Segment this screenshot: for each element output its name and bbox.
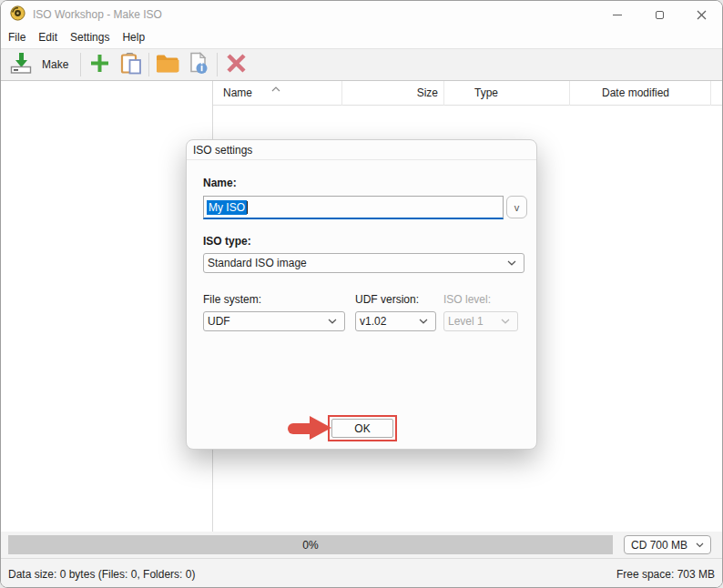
column-header-type[interactable]: Type <box>444 81 570 106</box>
make-button-label: Make <box>42 58 68 71</box>
udf-version-value: v1.02 <box>360 315 386 328</box>
properties-button[interactable] <box>183 51 214 78</box>
dialog-title: ISO settings <box>193 144 252 157</box>
menu-file[interactable]: File <box>8 29 35 47</box>
free-space-status: Free space: 703 MB <box>616 559 715 588</box>
minimize-button[interactable] <box>596 1 638 28</box>
menu-bar: File Edit Settings Help <box>1 28 722 48</box>
file-list-header: Name Size Type Date modified <box>213 81 722 106</box>
ok-button[interactable]: OK <box>331 419 393 438</box>
toolbar-separator <box>80 53 81 76</box>
maximize-button[interactable] <box>638 1 680 28</box>
delete-button[interactable] <box>220 51 251 78</box>
paste-icon <box>119 52 142 77</box>
toolbar-separator <box>148 53 149 76</box>
progress-percent-label: 0% <box>302 539 318 552</box>
column-header-date-modified[interactable]: Date modified <box>570 81 711 106</box>
menu-edit[interactable]: Edit <box>38 29 66 47</box>
column-header-name[interactable]: Name <box>213 81 342 106</box>
iso-level-select: Level 1 <box>443 311 518 331</box>
paste-button[interactable] <box>115 51 146 78</box>
iso-type-value: Standard ISO image <box>208 257 307 269</box>
iso-level-label: ISO level: <box>443 293 491 306</box>
make-button[interactable]: Make <box>6 51 77 78</box>
status-bar: Data size: 0 bytes (Files: 0, Folders: 0… <box>1 558 722 588</box>
column-header-size[interactable]: Size <box>342 81 444 106</box>
delete-icon <box>226 53 247 76</box>
selected-text: My ISO <box>207 200 247 215</box>
iso-name-input[interactable]: My ISO <box>203 196 504 219</box>
properties-icon <box>188 52 209 77</box>
disc-capacity-select[interactable]: CD 700 MB <box>624 535 711 554</box>
chevron-down-icon <box>328 319 337 324</box>
window-title: ISO Workshop - Make ISO <box>33 8 162 21</box>
source-tree-pane[interactable] <box>1 81 213 532</box>
file-system-select[interactable]: UDF <box>203 311 345 331</box>
title-bar: ISO Workshop - Make ISO <box>1 1 722 28</box>
data-size-status: Data size: 0 bytes (Files: 0, Folders: 0… <box>8 559 195 588</box>
make-icon <box>10 52 34 77</box>
file-system-label: File system: <box>203 293 261 306</box>
sort-ascending-icon <box>271 82 280 95</box>
disc-capacity-value: CD 700 MB <box>631 539 687 552</box>
file-system-value: UDF <box>208 315 230 328</box>
toolbar-separator <box>217 53 218 76</box>
udf-version-label: UDF version: <box>355 293 419 306</box>
app-window: ISO Workshop - Make ISO File Edit Settin… <box>0 0 723 588</box>
add-files-icon <box>89 53 110 76</box>
close-icon <box>697 10 707 20</box>
chevron-down-icon <box>507 260 516 266</box>
app-disc-icon <box>10 5 25 24</box>
iso-level-value: Level 1 <box>448 315 484 328</box>
maximize-icon <box>656 11 664 19</box>
iso-type-select[interactable]: Standard ISO image <box>203 253 524 273</box>
menu-help[interactable]: Help <box>122 29 154 47</box>
name-label: Name: <box>203 177 237 189</box>
chevron-down-icon <box>419 319 428 324</box>
open-folder-icon <box>156 54 179 76</box>
chevron-down-icon <box>501 319 510 324</box>
menu-settings[interactable]: Settings <box>70 29 118 47</box>
minimize-icon <box>613 15 622 15</box>
udf-version-select[interactable]: v1.02 <box>355 311 436 331</box>
close-button[interactable] <box>680 1 722 28</box>
text-caret <box>247 201 248 214</box>
iso-settings-dialog: ISO settings Name: My ISO v ISO type: St… <box>186 139 537 450</box>
dialog-title-divider <box>187 159 536 160</box>
progress-row: 0% CD 700 MB <box>1 532 722 558</box>
column-header-filler <box>711 81 722 106</box>
annotation-arrow-icon <box>288 416 331 441</box>
chevron-down-icon <box>696 542 704 548</box>
open-folder-button[interactable] <box>152 51 183 78</box>
toolbar: Make <box>1 48 722 81</box>
progress-bar: 0% <box>8 535 613 554</box>
name-history-button[interactable]: v <box>506 196 527 218</box>
iso-type-label: ISO type: <box>203 235 251 248</box>
add-files-button[interactable] <box>84 51 115 78</box>
